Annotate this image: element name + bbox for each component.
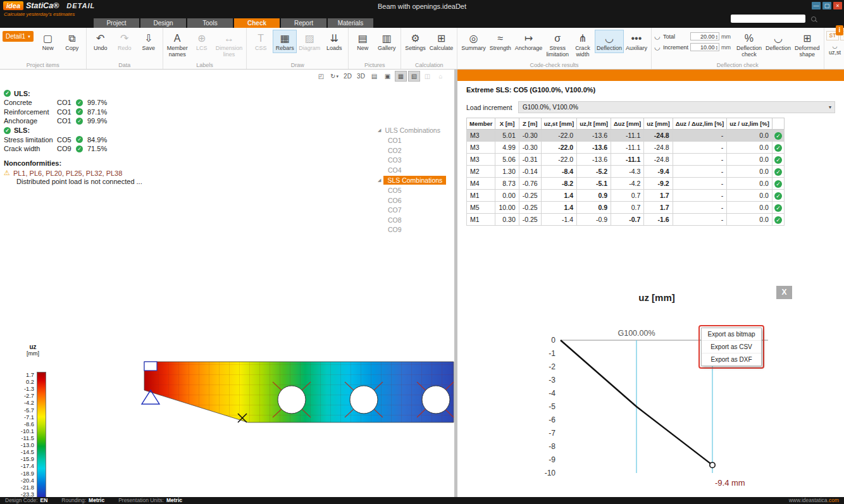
website-link[interactable]: www.ideastatica.com [789, 497, 839, 504]
combo-co7[interactable]: CO7 [378, 206, 452, 216]
rebars-button[interactable]: ▦Rebars [273, 30, 297, 53]
picture-new-icon: ▤ [358, 31, 368, 46]
combo-co1[interactable]: CO1 [378, 136, 452, 146]
check-icon: ✓ [76, 136, 83, 143]
tab-design[interactable]: Design [140, 18, 186, 28]
undo-button[interactable]: ↶Undo [89, 30, 113, 53]
tab-tools[interactable]: Tools [187, 18, 233, 28]
stepper-icon[interactable]: ▴▾ [716, 45, 717, 50]
table-row[interactable]: M34.99-0.30-22.0-13.6-11.1-24.8-0.0✓ [467, 142, 785, 154]
status-item: Design Code:EN [5, 497, 47, 504]
gear-icon: ⚙ [411, 31, 419, 46]
combo-co6[interactable]: CO6 [378, 196, 452, 206]
close-icon[interactable]: × [833, 2, 842, 9]
table-row[interactable]: M10.00-0.251.40.90.71.7-0.0✓ [467, 190, 785, 202]
view-3d-button[interactable]: 3D [355, 71, 367, 82]
tab-project[interactable]: Project [94, 18, 139, 28]
group-label: Project items [0, 62, 86, 68]
total-limit-input[interactable]: 20.00 ▴▾ [690, 32, 719, 40]
view-2d-button[interactable]: 2D [342, 71, 354, 82]
table-row[interactable]: M35.01-0.30-22.0-13.6-11.1-24.8-0.0✓ [467, 130, 785, 142]
new-button[interactable]: ▢New [36, 30, 60, 53]
table-row[interactable]: M35.06-0.31-22.0-13.6-11.1-24.8-0.0✓ [467, 154, 785, 166]
ribbon-group-project-items: Detail1▾▢New⧉CopyProject items [0, 28, 87, 69]
combo-co8[interactable]: CO8 [378, 216, 452, 226]
ribbon-group-data: ↶Undo↷Redo⇩SaveData [87, 28, 163, 69]
color-legend: uz [mm] 1.70.2-1.3-2.7-4.2-5.7-7.1-8.6-1… [15, 343, 51, 504]
increment-limit-input[interactable]: 10.00 ▴▾ [690, 43, 719, 51]
anchorage-button[interactable]: ↦Anchorage [513, 30, 545, 53]
minimize-button[interactable]: — [812, 2, 821, 9]
combo-co4[interactable]: CO4 [378, 166, 452, 176]
table-row[interactable]: M510.00-0.251.40.90.71.7-0.0✓ [467, 202, 785, 214]
layout-frame-button[interactable]: ▣ [382, 71, 394, 82]
y-tick-label: -9 [549, 455, 555, 464]
status-bar: Design Code:ENRounding:MetricPresentatio… [0, 497, 844, 504]
orbit-button[interactable]: ↻▾ [328, 71, 340, 82]
calculate-button[interactable]: ⊞Calculate [428, 30, 456, 53]
combo-co3[interactable]: CO3 [378, 156, 452, 166]
calculate-icon: ⊞ [437, 31, 445, 46]
deflection-button[interactable]: ◡Deflection [595, 30, 624, 53]
chart-close-button[interactable]: X [776, 286, 792, 299]
check-icon: ✓ [774, 168, 782, 176]
layout-single-button[interactable]: ▤ [368, 71, 380, 82]
increment-label: Increment [663, 44, 688, 51]
deflection-button[interactable]: ◡Deflection [764, 30, 793, 59]
app-logo: idea StatiCa® DETAIL [3, 1, 95, 10]
auxiliary-button[interactable]: •••Auxiliary [624, 30, 649, 53]
legend-value: -14.5 [15, 449, 34, 455]
search-input[interactable] [731, 15, 810, 22]
tab-materials[interactable]: Materials [328, 18, 373, 28]
deformed-shape-button[interactable]: ⊞Deformed shape [793, 30, 822, 59]
column-header: Member [467, 118, 495, 130]
nonconformity-items[interactable]: PL1, PL6, PL20, PL25, PL32, PL38 [13, 169, 122, 177]
export-as-dxf-menu-item[interactable]: Export as DXF [702, 353, 761, 366]
settings-button[interactable]: ⚙Settings [403, 30, 428, 53]
dimension-lines-button: ↔Dimension lines [214, 30, 245, 59]
combo-co5[interactable]: CO5 [378, 186, 452, 196]
loads-button[interactable]: ⇊Loads [322, 30, 346, 53]
check-icon: ✓ [76, 118, 83, 125]
table-row[interactable]: M10.30-0.25-1.4-0.9-0.7-1.6-0.0✓ [467, 214, 785, 226]
save-button[interactable]: ⇩Save [137, 30, 161, 53]
deflection-check-button[interactable]: %Deflection check [735, 30, 764, 59]
gallery-button[interactable]: ▥Gallery [375, 30, 399, 53]
info-button[interactable]: i [836, 25, 843, 35]
new-button[interactable]: ▤New [351, 30, 375, 53]
strength-button[interactable]: ≈Strength [488, 30, 513, 53]
project-select[interactable]: Detail1▾ [3, 31, 34, 42]
deflection-icon: ◡ [774, 31, 783, 46]
combo-group-sls-combinations[interactable]: ◢SLS Combinations [378, 175, 452, 185]
combo-group-uls-combinations[interactable]: ◢ULS Combinations [378, 125, 452, 135]
diagram-button: ▨Diagram [297, 30, 322, 53]
tab-report[interactable]: Report [281, 18, 326, 28]
stress-limitation-button[interactable]: σStress limitation [544, 30, 571, 59]
combo-co9[interactable]: CO9 [378, 225, 452, 235]
load-increment-select[interactable]: G100.0%, V100.0% ▾ [518, 101, 835, 113]
combo-co2[interactable]: CO2 [378, 146, 452, 156]
extremes-table: MemberX [m]Z [m]uz,st [mm]uz,lt [mm]Δuz … [466, 118, 785, 226]
layout-split-button[interactable]: ▦ [395, 71, 407, 82]
maximize-button[interactable]: ▢ [822, 2, 831, 9]
fit-view-button[interactable]: ◰ [315, 71, 327, 82]
increment-limit-value: 10.00 [700, 44, 715, 51]
stepper-icon[interactable]: ▴▾ [716, 34, 717, 39]
member-names-button[interactable]: AMember names [165, 30, 190, 59]
bearing-plate [144, 362, 157, 371]
export-as-csv-menu-item[interactable]: Export as CSV [702, 341, 761, 353]
summary-button[interactable]: ◎Summary [459, 30, 488, 53]
check-icon: ✓ [76, 108, 83, 115]
table-row[interactable]: M21.30-0.14-8.4-5.2-4.3-9.4-0.0✓ [467, 166, 785, 178]
uz-st-button[interactable]: ◡uz,st [826, 42, 844, 56]
copy-button[interactable]: ⧉Copy [60, 30, 84, 53]
total-label: Total [663, 34, 688, 40]
search-box [731, 15, 805, 23]
tab-check[interactable]: Check [234, 18, 280, 28]
total-icon: ◡ [654, 32, 661, 40]
layout-grid-button[interactable]: ▧ [408, 71, 420, 82]
percent-icon: % [745, 31, 754, 46]
export-as-bitmap-menu-item[interactable]: Export as bitmap [702, 328, 761, 341]
table-row[interactable]: M48.73-0.76-8.2-5.1-4.2-9.2-0.0✓ [467, 178, 785, 190]
crack-width-button[interactable]: ⋔Crack width [571, 30, 595, 59]
